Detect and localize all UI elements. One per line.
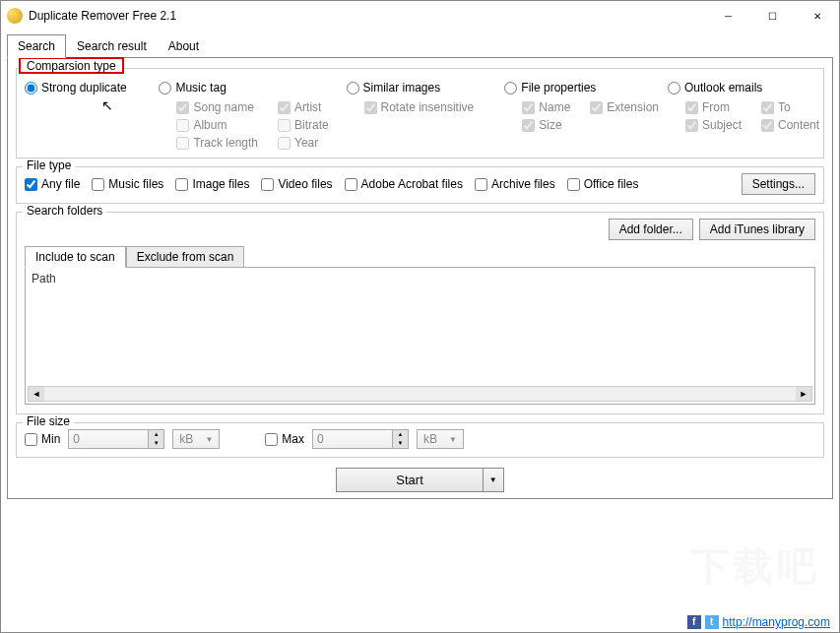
content-pane: Comparsion type Strong duplicate Music t… [7,57,833,499]
chk-song-name [176,101,189,114]
chevron-down-icon: ▼ [205,435,213,444]
tab-about[interactable]: About [158,34,210,58]
window-title: Duplicate Remover Free 2.1 [29,9,706,23]
label-similar-images: Similar images [363,81,441,95]
path-column-header: Path [32,272,808,285]
scroll-left-icon[interactable]: ◄ [29,387,44,401]
tab-search-result[interactable]: Search result [66,34,158,58]
main-tabs: Search Search result About [7,34,833,58]
chk-year [278,137,291,150]
min-unit-select[interactable]: kB▼ [172,429,220,449]
search-folders-group: Search folders Add folder... Add iTunes … [16,212,824,414]
settings-button[interactable]: Settings... [742,173,815,195]
chk-office-files[interactable] [567,178,580,191]
label-music-tag: Music tag [175,81,226,95]
max-unit-select[interactable]: kB▼ [417,429,464,449]
chk-content [761,119,774,132]
chk-name [522,101,535,114]
chk-bitrate [278,119,291,132]
comparison-type-group: Comparsion type Strong duplicate Music t… [16,68,824,158]
chk-image-files[interactable] [175,178,188,191]
spin-up-icon[interactable]: ▲ [392,430,408,439]
chevron-down-icon: ▼ [449,435,457,444]
app-icon [7,8,23,24]
chk-max-size[interactable] [265,433,278,446]
twitter-icon[interactable]: t [705,615,719,629]
tab-exclude-scan[interactable]: Exclude from scan [126,246,245,268]
start-dropdown-button[interactable]: ▼ [484,468,504,492]
radio-music-tag[interactable] [159,82,171,95]
spin-down-icon[interactable]: ▼ [392,439,408,448]
add-itunes-button[interactable]: Add iTunes library [699,219,815,240]
watermark: 下载吧 [690,539,820,594]
add-folder-button[interactable]: Add folder... [609,219,693,240]
horizontal-scrollbar[interactable]: ◄ ► [28,386,812,402]
maximize-button[interactable]: ☐ [750,1,795,31]
chk-album [176,119,189,132]
chk-any-file[interactable] [25,178,37,191]
max-size-input[interactable] [313,430,392,448]
scroll-right-icon[interactable]: ► [796,387,811,401]
minimize-button[interactable]: ─ [706,1,750,31]
tab-include-scan[interactable]: Include to scan [25,246,126,268]
label-outlook-emails: Outlook emails [684,81,762,95]
chk-video-files[interactable] [261,178,274,191]
tab-search[interactable]: Search [7,34,66,58]
facebook-icon[interactable]: f [687,615,701,629]
label-file-properties: File properties [521,81,596,95]
chk-music-files[interactable] [92,178,104,191]
radio-file-properties[interactable] [504,82,517,95]
chk-acrobat-files[interactable] [345,178,357,191]
file-type-group: File type Any file Music files Image fil… [16,166,824,204]
chk-min-size[interactable] [25,433,37,446]
website-link[interactable]: http://manyprog.com [723,615,830,629]
chk-archive-files[interactable] [475,178,487,191]
radio-strong-duplicate[interactable] [25,82,37,95]
close-button[interactable]: ✕ [795,1,839,31]
titlebar: Duplicate Remover Free 2.1 ─ ☐ ✕ [1,1,839,31]
chk-artist [278,101,291,114]
file-size-legend: File size [23,414,74,428]
file-type-legend: File type [23,158,75,172]
comparison-legend: Comparsion type [19,57,124,74]
chk-track-length [176,137,189,150]
search-folders-legend: Search folders [23,204,106,218]
radio-outlook-emails[interactable] [668,82,680,95]
label-strong-duplicate: Strong duplicate [41,81,127,95]
chk-rotate-insensitive [364,101,377,114]
chk-to [761,101,774,114]
start-button[interactable]: Start [336,468,483,492]
footer: f t http://manyprog.com [687,615,830,629]
chk-subject [685,119,698,132]
chk-size [522,119,535,132]
spin-up-icon[interactable]: ▲ [148,430,163,439]
spin-down-icon[interactable]: ▼ [148,439,163,448]
min-size-input[interactable] [69,430,148,448]
radio-similar-images[interactable] [347,82,359,95]
path-list[interactable]: Path ◄ ► [25,267,815,405]
file-size-group: File size Min ▲▼ kB▼ Max ▲▼ kB▼ [16,422,824,458]
chk-extension [590,101,603,114]
chk-from [685,101,698,114]
